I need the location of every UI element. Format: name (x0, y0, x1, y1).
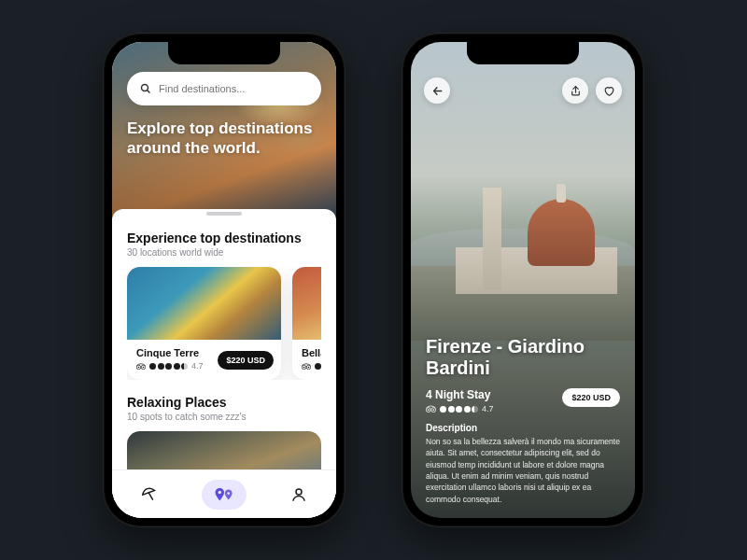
search-bar[interactable] (127, 72, 321, 105)
search-input[interactable] (159, 83, 308, 94)
section-subtitle: 10 spots to catch some zzz's (127, 412, 321, 422)
rating: 4.7 (302, 361, 321, 371)
destination-image (292, 267, 321, 340)
profile-icon (290, 486, 307, 503)
detail-top-bar (424, 77, 622, 104)
screen-detail: Firenze - Giardino Bardini 4 Night Stay … (411, 42, 635, 518)
destination-title: Firenze - Giardino Bardini (426, 336, 620, 379)
svg-line-1 (148, 91, 150, 93)
device-notch (168, 42, 280, 64)
hero-image (411, 182, 635, 313)
rating-value: 4.7 (482, 404, 494, 413)
price-pill: $220 USD (218, 351, 274, 370)
svg-point-5 (143, 366, 145, 368)
section-title: Experience top destinations (127, 231, 321, 245)
svg-point-0 (142, 85, 148, 91)
description-label: Description (426, 423, 620, 433)
svg-point-15 (428, 409, 430, 411)
device-notch (467, 42, 579, 64)
hero-headline: Explore top destinations around the worl… (127, 119, 321, 159)
phone-frame-explore: Explore top destinations around the worl… (103, 33, 345, 527)
rating: 4.7 (426, 404, 494, 413)
nav-explore[interactable] (127, 480, 172, 510)
tripadvisor-icon (302, 363, 311, 370)
map-pin-icon (214, 486, 234, 503)
share-button[interactable] (562, 77, 588, 104)
description-text: Non so sa la bellezza salverà il mondo m… (426, 436, 620, 505)
back-button[interactable] (424, 77, 450, 104)
destination-card-row[interactable]: Cinque Terre 4.7 $220 USD Bella (127, 267, 321, 380)
rating-value: 4.7 (191, 361, 204, 371)
svg-point-4 (138, 366, 140, 368)
nav-profile[interactable] (276, 480, 321, 510)
nav-map[interactable] (202, 480, 247, 510)
sheet-grabber[interactable] (206, 212, 242, 216)
svg-point-16 (432, 409, 434, 411)
hero-section: Explore top destinations around the worl… (112, 42, 336, 219)
heart-icon (603, 85, 615, 97)
svg-line-10 (148, 492, 152, 499)
rating-dots (149, 363, 188, 370)
tripadvisor-icon (426, 405, 436, 413)
rating-dots (440, 406, 478, 413)
svg-point-8 (303, 366, 305, 368)
stay-duration: 4 Night Stay (426, 388, 494, 401)
detail-content: Firenze - Giardino Bardini 4 Night Stay … (426, 336, 620, 505)
destination-card[interactable]: Bellagio 4.7 (292, 267, 321, 380)
destination-card[interactable]: Cinque Terre 4.7 $220 USD (127, 267, 281, 380)
screen-explore: Explore top destinations around the worl… (112, 42, 336, 518)
favorite-button[interactable] (596, 77, 622, 104)
bottom-nav (112, 469, 336, 518)
destination-name: Bellagio (302, 347, 321, 358)
phone-frame-detail: Firenze - Giardino Bardini 4 Night Stay … (402, 33, 644, 527)
destination-image (127, 267, 281, 340)
share-icon (570, 85, 582, 97)
section-subtitle: 30 locations world wide (127, 247, 321, 258)
umbrella-icon (141, 486, 158, 503)
price-pill: $220 USD (562, 388, 620, 407)
svg-point-11 (296, 489, 302, 495)
tripadvisor-icon (136, 363, 146, 370)
section-title: Relaxing Places (127, 395, 321, 410)
arrow-left-icon (431, 85, 444, 97)
rating-dots (315, 363, 321, 370)
svg-point-9 (308, 366, 310, 368)
section-top-destinations: Experience top destinations 30 locations… (127, 231, 321, 380)
search-icon (140, 83, 151, 94)
